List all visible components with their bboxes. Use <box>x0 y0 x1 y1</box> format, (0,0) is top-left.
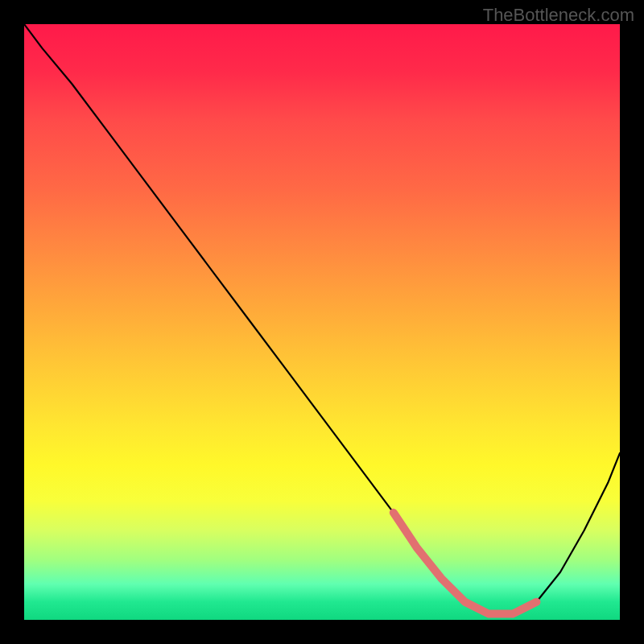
main-curve-line <box>24 24 620 614</box>
trough-highlight-line <box>394 513 537 614</box>
chart-svg <box>24 24 620 620</box>
watermark-text: TheBottleneck.com <box>483 5 634 26</box>
plot-area <box>24 24 620 620</box>
